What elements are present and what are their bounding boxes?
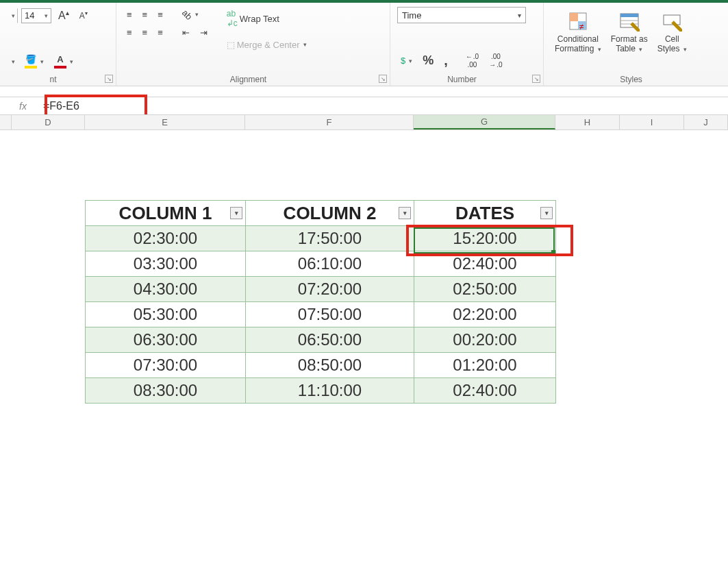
border-button[interactable]: ▾ <box>7 53 18 71</box>
increase-font-button[interactable]: A▴ <box>55 7 73 24</box>
col-header-h[interactable]: H <box>555 115 620 129</box>
col-header-f[interactable]: F <box>245 115 414 129</box>
align-top-button[interactable]: ≡ <box>123 7 136 22</box>
decrease-decimal-button[interactable]: .00 →.0 <box>486 51 505 70</box>
table-row: 08:30:00 11:10:00 02:40:00 <box>86 378 556 404</box>
cell[interactable]: 17:50:00 <box>246 226 414 251</box>
align-center-button[interactable]: ≡ <box>139 25 151 40</box>
font-color-button[interactable]: A ▾ <box>51 52 77 71</box>
table-row: 02:30:00 17:50:00 15:20:00 <box>86 226 556 251</box>
cell[interactable]: 08:30:00 <box>86 378 246 404</box>
svg-text:≠: ≠ <box>579 22 584 32</box>
cell[interactable]: 07:30:00 <box>86 353 246 378</box>
header-col2[interactable]: COLUMN 2 ▾ <box>246 201 414 226</box>
cell[interactable]: 04:30:00 <box>86 277 246 302</box>
corner[interactable] <box>0 115 12 129</box>
cell[interactable]: 06:50:00 <box>246 327 414 353</box>
increase-decimal-button[interactable]: ←.0 .00 <box>462 51 482 70</box>
fill-color-button[interactable]: 🪣 ▾ <box>21 52 47 71</box>
font-name-caret[interactable]: ▾ <box>7 8 18 23</box>
cell[interactable]: 02:30:00 <box>86 226 246 251</box>
percent-button[interactable]: % <box>419 51 437 70</box>
col-header-j[interactable]: J <box>684 115 728 129</box>
cell-value: 07:30:00 <box>134 356 197 374</box>
font-launcher[interactable]: ↘ <box>105 75 113 83</box>
merge-icon: ⬚ <box>227 40 235 50</box>
cell-value: 02:30:00 <box>134 229 197 247</box>
col-header-d[interactable]: D <box>12 115 85 129</box>
cell[interactable]: 06:30:00 <box>86 327 246 353</box>
cell-value: 01:20:00 <box>453 356 516 374</box>
col-header-i[interactable]: I <box>620 115 684 129</box>
cell[interactable]: 02:50:00 <box>414 277 556 302</box>
cell[interactable]: 03:30:00 <box>86 251 246 277</box>
cell[interactable]: 05:30:00 <box>86 302 246 327</box>
percent-label: % <box>423 53 434 68</box>
header-col3-label: DATES <box>455 203 514 223</box>
chevron-down-icon: ▾ <box>70 58 73 65</box>
comma-button[interactable]: , <box>440 51 451 71</box>
formula-input[interactable] <box>43 100 317 112</box>
font-size-input[interactable]: 14 ▾ <box>21 8 51 23</box>
grid-area[interactable]: COLUMN 1 ▾ COLUMN 2 ▾ DATES ▾ 02:30:00 1… <box>0 130 728 569</box>
decrease-font-button[interactable]: A▾ <box>76 8 91 23</box>
align-right-button[interactable]: ≡ <box>154 25 166 40</box>
col-header-g[interactable]: G <box>414 115 555 129</box>
align-bottom-button[interactable]: ≡ <box>154 7 166 22</box>
cell[interactable]: 11:10:00 <box>246 378 414 404</box>
cell[interactable]: 02:40:00 <box>414 251 556 277</box>
cell[interactable]: 02:40:00 <box>414 378 556 404</box>
cf-l1: Conditional <box>557 34 599 44</box>
group-label-styles: Styles <box>544 75 718 84</box>
wrap-text-button[interactable]: ab↲c Wrap Text <box>223 7 310 30</box>
cell[interactable]: 15:20:00 <box>414 226 556 251</box>
filter-icon[interactable]: ▾ <box>540 207 553 219</box>
cell[interactable]: 07:20:00 <box>246 277 414 302</box>
merge-center-button[interactable]: ⬚ Merge & Center ▾ <box>223 37 310 52</box>
align-bottom-icon: ≡ <box>158 10 163 20</box>
header-col1-label: COLUMN 1 <box>119 203 212 223</box>
chevron-down-icon: ▾ <box>40 58 44 65</box>
header-col1[interactable]: COLUMN 1 ▾ <box>86 201 246 226</box>
cell[interactable]: 06:10:00 <box>246 251 414 277</box>
orientation-button[interactable]: ab ▾ <box>179 7 202 22</box>
align-center-icon: ≡ <box>142 27 148 38</box>
conditional-formatting-icon: ≠ <box>566 10 590 33</box>
cell[interactable]: 07:50:00 <box>246 302 414 327</box>
cell-value: 04:30:00 <box>134 280 197 298</box>
number-launcher[interactable]: ↘ <box>532 75 540 83</box>
align-middle-button[interactable]: ≡ <box>139 7 151 22</box>
cell[interactable]: 01:20:00 <box>414 353 556 378</box>
accounting-format-button[interactable]: $ ▾ <box>397 53 416 69</box>
wrap-text-icon: ab↲c <box>227 9 238 28</box>
cell[interactable]: 00:20:00 <box>414 327 556 353</box>
decrease-indent-button[interactable]: ⇤ <box>179 25 193 40</box>
col-e-label: E <box>162 117 168 127</box>
align-left-button[interactable]: ≡ <box>123 25 136 40</box>
format-as-table-button[interactable]: Format as Table ▾ <box>607 7 652 53</box>
chevron-down-icon: ▾ <box>518 12 521 19</box>
increase-indent-button[interactable]: ⇥ <box>197 25 211 40</box>
cell[interactable]: 02:20:00 <box>414 302 556 327</box>
col-header-e[interactable]: E <box>85 115 245 129</box>
cf-l2: Formatting <box>555 44 594 53</box>
fx-icon[interactable]: fx <box>19 101 27 112</box>
cell-value: 03:30:00 <box>134 254 197 273</box>
conditional-formatting-button[interactable]: ≠ Conditional Formatting ▾ <box>551 7 605 53</box>
filter-icon[interactable]: ▾ <box>399 207 411 219</box>
cell-value: 02:40:00 <box>453 254 516 273</box>
header-col3[interactable]: DATES ▾ <box>414 201 556 226</box>
orientation-icon: ab <box>180 8 194 22</box>
ribbon-group-number: Time ▾ $ ▾ % , ←.0 .00 .00 →.0 Num <box>390 3 544 86</box>
alignment-launcher[interactable]: ↘ <box>379 75 387 83</box>
cell[interactable]: 08:50:00 <box>246 353 414 378</box>
chevron-down-icon: ▾ <box>683 46 687 53</box>
dec2-bot: .0 <box>497 62 502 68</box>
number-format-combo[interactable]: Time ▾ <box>397 7 526 23</box>
col-f-label: F <box>327 117 332 127</box>
cell-value: 07:20:00 <box>298 280 362 298</box>
header-col2-label: COLUMN 2 <box>284 203 377 223</box>
filter-icon[interactable]: ▾ <box>230 207 242 219</box>
dec-bot: .00 <box>468 62 477 68</box>
cell-styles-button[interactable]: Cell Styles ▾ <box>653 7 691 53</box>
